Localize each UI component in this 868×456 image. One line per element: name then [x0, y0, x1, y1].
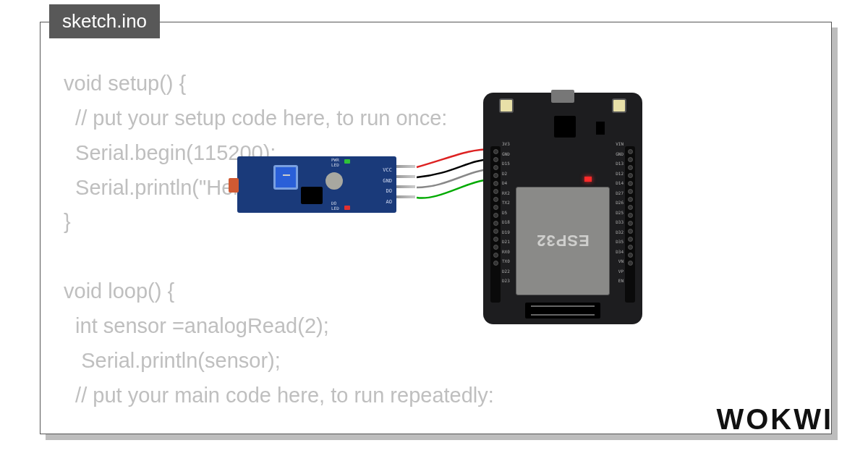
- wifi-antenna: [525, 303, 600, 318]
- filename-label: sketch.ino: [62, 10, 147, 32]
- code-line: void setup() {: [64, 72, 186, 95]
- wokwi-logo: WOKWI: [716, 403, 833, 436]
- reset-button[interactable]: [612, 98, 626, 113]
- logo-text: WOKWI: [716, 403, 833, 435]
- circuit-diagram: PWR LED DO LED VCC GND DO AO ESP32 3V3 G…: [223, 93, 686, 324]
- usb-port-icon: [551, 90, 574, 103]
- sensor-pin-labels: VCC GND DO AO: [383, 165, 392, 207]
- do-led-icon: [344, 206, 350, 210]
- left-pin-header[interactable]: [490, 146, 501, 303]
- code-line: void loop() {: [64, 279, 174, 303]
- pwr-led-label: PWR LED: [331, 158, 339, 167]
- sensor-header-pins: [396, 165, 415, 204]
- esp32-shield-label: ESP32: [516, 231, 609, 250]
- power-led-icon: [344, 159, 350, 164]
- code-line: Serial.println(sensor);: [64, 349, 281, 372]
- do-led-label: DO LED: [331, 201, 339, 211]
- wire-do: [417, 169, 492, 187]
- comparator-chip: [301, 187, 323, 204]
- esp32-shield: ESP32: [516, 187, 610, 295]
- code-line: // put your main code here, to run repea…: [64, 384, 494, 407]
- board-power-led: [584, 177, 592, 182]
- capacitor: [326, 172, 343, 190]
- esp32-board[interactable]: ESP32 3V3 GND D15 D2 D4 RX2 TX2 D5 D18 D…: [483, 93, 642, 324]
- filename-tab[interactable]: sketch.ino: [49, 4, 160, 38]
- wire-ao: [417, 180, 492, 198]
- ldr-sensor-module[interactable]: PWR LED DO LED VCC GND DO AO: [237, 156, 396, 213]
- code-line: }: [64, 210, 71, 233]
- right-pin-labels: VIN GND D13 D12 D14 D27 D26 D25 D33 D32 …: [612, 139, 624, 286]
- usb-serial-chip: [554, 116, 576, 138]
- left-pin-labels: 3V3 GND D15 D2 D4 RX2 TX2 D5 D18 D19 D21…: [502, 139, 514, 286]
- boot-button[interactable]: [499, 98, 514, 113]
- wire-gnd: [417, 159, 492, 177]
- right-pin-header[interactable]: [625, 146, 635, 303]
- regulator-chip: [596, 122, 605, 135]
- potentiometer[interactable]: [273, 165, 298, 190]
- wire-vcc: [417, 149, 492, 167]
- ldr-component: [229, 178, 239, 193]
